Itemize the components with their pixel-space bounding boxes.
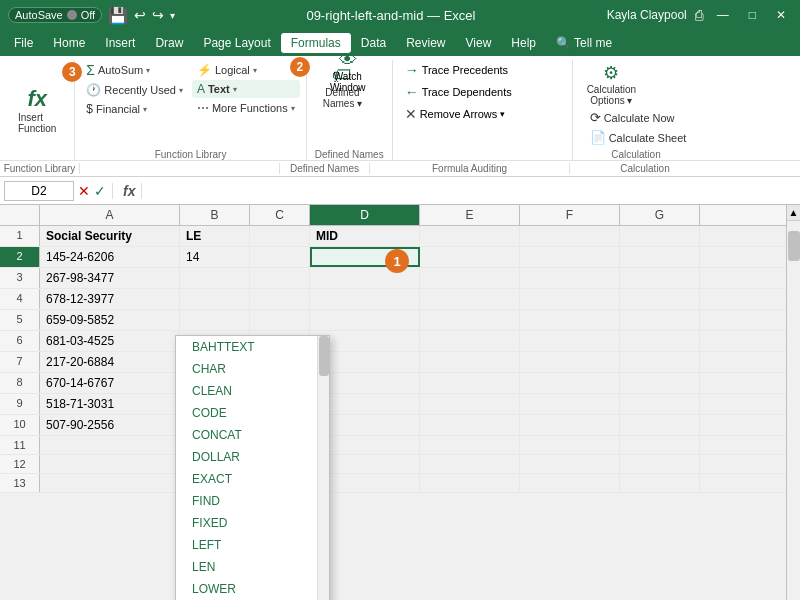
- col-header-e[interactable]: E: [420, 205, 520, 225]
- cell-a9[interactable]: 518-71-3031: [40, 394, 180, 414]
- cell-e2[interactable]: [420, 247, 520, 267]
- trace-precedents-button[interactable]: → Trace Precedents: [401, 60, 512, 80]
- cell-a11[interactable]: [40, 436, 180, 454]
- cell-a6[interactable]: 681-03-4525: [40, 331, 180, 351]
- cell-g6[interactable]: [620, 331, 700, 351]
- cell-a8[interactable]: 670-14-6767: [40, 373, 180, 393]
- cell-f10[interactable]: [520, 415, 620, 435]
- col-header-f[interactable]: F: [520, 205, 620, 225]
- more-fn-dropdown[interactable]: ▾: [291, 104, 295, 113]
- cell-a3[interactable]: 267-98-3477: [40, 268, 180, 288]
- cell-reference-input[interactable]: [4, 181, 74, 201]
- dropdown-item-bahttext[interactable]: BAHTTEXT: [176, 336, 329, 358]
- cell-g1[interactable]: [620, 226, 700, 246]
- scroll-up-button[interactable]: ▲: [787, 205, 800, 221]
- cell-g12[interactable]: [620, 455, 700, 473]
- cell-b4[interactable]: [180, 289, 250, 309]
- menu-tell-me[interactable]: 🔍 Tell me: [546, 33, 622, 53]
- trace-dependents-button[interactable]: ← Trace Dependents: [401, 82, 516, 102]
- recently-dropdown[interactable]: ▾: [179, 86, 183, 95]
- dropdown-item-char[interactable]: CHAR: [176, 358, 329, 380]
- dropdown-item-lower[interactable]: LOWER: [176, 578, 329, 600]
- menu-insert[interactable]: Insert: [95, 33, 145, 53]
- cell-g4[interactable]: [620, 289, 700, 309]
- cell-b1[interactable]: LE: [180, 226, 250, 246]
- cell-f1[interactable]: [520, 226, 620, 246]
- dropdown-item-dollar[interactable]: DOLLAR: [176, 446, 329, 468]
- cell-f4[interactable]: [520, 289, 620, 309]
- cell-g3[interactable]: [620, 268, 700, 288]
- dropdown-arrow-title[interactable]: ▾: [170, 10, 175, 21]
- col-header-a[interactable]: A: [40, 205, 180, 225]
- financial-button[interactable]: $ Financial ▾: [81, 100, 188, 118]
- remove-arrows-button[interactable]: ✕ Remove Arrows ▾: [401, 104, 510, 124]
- redo-btn[interactable]: ↪: [152, 7, 164, 23]
- cell-g5[interactable]: [620, 310, 700, 330]
- save-icon[interactable]: 💾: [108, 6, 128, 25]
- logical-dropdown[interactable]: ▾: [253, 66, 257, 75]
- cell-g11[interactable]: [620, 436, 700, 454]
- cell-c4[interactable]: [250, 289, 310, 309]
- col-header-g[interactable]: G: [620, 205, 700, 225]
- insert-function-button[interactable]: fx InsertFunction: [10, 82, 64, 138]
- calc-sheet-button[interactable]: 📄 Calculate Sheet: [585, 128, 692, 147]
- col-header-d[interactable]: D: [310, 205, 420, 225]
- dropdown-item-find[interactable]: FIND: [176, 490, 329, 512]
- cell-f12[interactable]: [520, 455, 620, 473]
- cell-e10[interactable]: [420, 415, 520, 435]
- watch-window-button[interactable]: 👁 Watch Window: [330, 50, 366, 93]
- dropdown-item-len[interactable]: LEN: [176, 556, 329, 578]
- cell-a1[interactable]: Social Security: [40, 226, 180, 246]
- text-button[interactable]: A Text ▾: [192, 80, 300, 98]
- cell-g10[interactable]: [620, 415, 700, 435]
- cell-g9[interactable]: [620, 394, 700, 414]
- cell-e7[interactable]: [420, 352, 520, 372]
- cell-g2[interactable]: [620, 247, 700, 267]
- menu-view[interactable]: View: [456, 33, 502, 53]
- scroll-thumb-v[interactable]: [788, 231, 800, 261]
- cell-e4[interactable]: [420, 289, 520, 309]
- cell-c1[interactable]: [250, 226, 310, 246]
- cell-a5[interactable]: 659-09-5852: [40, 310, 180, 330]
- autosave-toggle[interactable]: AutoSave Off: [8, 7, 102, 23]
- close-button[interactable]: ✕: [770, 6, 792, 24]
- calculation-options-button[interactable]: ⚙ CalculationOptions ▾: [581, 60, 642, 108]
- cell-f8[interactable]: [520, 373, 620, 393]
- cell-b5[interactable]: [180, 310, 250, 330]
- col-header-b[interactable]: B: [180, 205, 250, 225]
- autosum-dropdown[interactable]: ▾: [146, 66, 150, 75]
- logical-button[interactable]: ⚡ Logical ▾: [192, 61, 300, 79]
- menu-file[interactable]: File: [4, 33, 43, 53]
- cell-f11[interactable]: [520, 436, 620, 454]
- more-functions-button[interactable]: ⋯ More Functions ▾: [192, 99, 300, 117]
- menu-page-layout[interactable]: Page Layout: [193, 33, 280, 53]
- undo-btn[interactable]: ↩: [134, 7, 146, 23]
- cell-f3[interactable]: [520, 268, 620, 288]
- cell-e6[interactable]: [420, 331, 520, 351]
- cell-g7[interactable]: [620, 352, 700, 372]
- cell-b2[interactable]: 14: [180, 247, 250, 267]
- cell-a4[interactable]: 678-12-3977: [40, 289, 180, 309]
- cell-e1[interactable]: [420, 226, 520, 246]
- cell-e5[interactable]: [420, 310, 520, 330]
- cell-c3[interactable]: [250, 268, 310, 288]
- cell-a2[interactable]: 145-24-6206: [40, 247, 180, 267]
- dropdown-item-clean[interactable]: CLEAN: [176, 380, 329, 402]
- cell-f5[interactable]: [520, 310, 620, 330]
- cell-d5[interactable]: [310, 310, 420, 330]
- cell-f13[interactable]: [520, 474, 620, 492]
- dropdown-item-fixed[interactable]: FIXED: [176, 512, 329, 534]
- cell-e8[interactable]: [420, 373, 520, 393]
- cell-d1[interactable]: MID: [310, 226, 420, 246]
- dropdown-item-exact[interactable]: EXACT: [176, 468, 329, 490]
- scroll-thumb[interactable]: [319, 336, 329, 376]
- maximize-button[interactable]: □: [743, 6, 762, 24]
- cell-g13[interactable]: [620, 474, 700, 492]
- recently-used-button[interactable]: 🕐 Recently Used ▾: [81, 81, 188, 99]
- dropdown-item-concat[interactable]: CONCAT: [176, 424, 329, 446]
- cell-f6[interactable]: [520, 331, 620, 351]
- menu-review[interactable]: Review: [396, 33, 455, 53]
- cancel-formula-button[interactable]: ✕: [78, 183, 90, 199]
- cell-g8[interactable]: [620, 373, 700, 393]
- cell-e9[interactable]: [420, 394, 520, 414]
